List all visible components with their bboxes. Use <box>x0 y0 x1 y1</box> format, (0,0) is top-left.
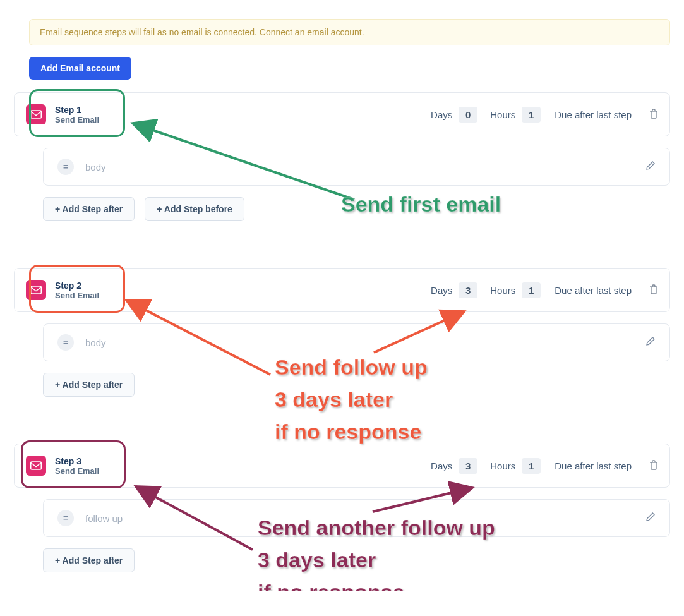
hours-label: Hours <box>490 461 515 471</box>
days-value[interactable]: 3 <box>459 282 477 298</box>
body-placeholder: body <box>85 162 634 172</box>
hours-value[interactable]: 1 <box>522 107 541 123</box>
step-actions: + Add Step after <box>43 548 670 572</box>
days-value[interactable]: 0 <box>459 107 477 123</box>
edit-icon[interactable] <box>645 336 656 349</box>
add-step-after-button[interactable]: + Add Step after <box>43 548 135 572</box>
warning-banner: Email sequence steps will fail as no ema… <box>29 19 670 45</box>
step-3: Step 3Send EmailDays3Hours1Due after las… <box>14 444 670 572</box>
add-step-before-button[interactable]: + Add Step before <box>145 197 244 221</box>
delete-step-icon[interactable] <box>649 109 658 121</box>
delete-step-icon[interactable] <box>649 460 658 472</box>
step-body-row[interactable]: =body <box>43 148 670 186</box>
step-subtitle: Send Email <box>55 466 99 476</box>
mail-icon <box>26 456 46 476</box>
step-actions: + Add Step after <box>43 373 670 397</box>
drag-handle-icon[interactable]: = <box>57 334 74 351</box>
step-subtitle: Send Email <box>55 115 99 124</box>
hours-value[interactable]: 1 <box>522 458 541 474</box>
hours-value[interactable]: 1 <box>522 282 541 298</box>
due-after-label: Due after last step <box>555 109 632 120</box>
step-actions: + Add Step after+ Add Step before <box>43 197 670 221</box>
hours-label: Hours <box>490 285 515 296</box>
days-label: Days <box>431 461 452 471</box>
due-after-label: Due after last step <box>555 461 632 471</box>
edit-icon[interactable] <box>645 512 656 524</box>
svg-rect-0 <box>31 111 42 118</box>
days-label: Days <box>431 109 452 120</box>
step-title: Step 1 <box>55 105 99 115</box>
add-email-account-button[interactable]: Add Email account <box>29 57 131 80</box>
add-step-after-button[interactable]: + Add Step after <box>43 373 135 397</box>
mail-icon <box>26 104 46 124</box>
step-header[interactable]: Step 1Send EmailDays0Hours1Due after las… <box>14 92 670 136</box>
step-subtitle: Send Email <box>55 291 99 300</box>
mail-icon <box>26 280 46 300</box>
step-2: Step 2Send EmailDays3Hours1Due after las… <box>14 268 670 397</box>
body-placeholder: body <box>85 337 634 348</box>
due-after-label: Due after last step <box>555 285 632 296</box>
svg-rect-1 <box>31 286 42 294</box>
hours-label: Hours <box>490 109 515 120</box>
step-body-row[interactable]: =follow up <box>43 499 670 537</box>
step-title: Step 2 <box>55 281 99 291</box>
delete-step-icon[interactable] <box>649 284 658 296</box>
drag-handle-icon[interactable]: = <box>57 510 74 526</box>
drag-handle-icon[interactable]: = <box>57 159 74 175</box>
days-value[interactable]: 3 <box>459 458 477 474</box>
step-header[interactable]: Step 2Send EmailDays3Hours1Due after las… <box>14 268 670 312</box>
step-body-row[interactable]: =body <box>43 323 670 361</box>
days-label: Days <box>431 285 452 296</box>
add-step-after-button[interactable]: + Add Step after <box>43 197 135 221</box>
step-header[interactable]: Step 3Send EmailDays3Hours1Due after las… <box>14 444 670 488</box>
svg-rect-2 <box>31 462 42 469</box>
edit-icon[interactable] <box>645 160 656 173</box>
body-placeholder: follow up <box>85 513 634 524</box>
step-1: Step 1Send EmailDays0Hours1Due after las… <box>14 92 670 221</box>
step-title: Step 3 <box>55 456 99 466</box>
